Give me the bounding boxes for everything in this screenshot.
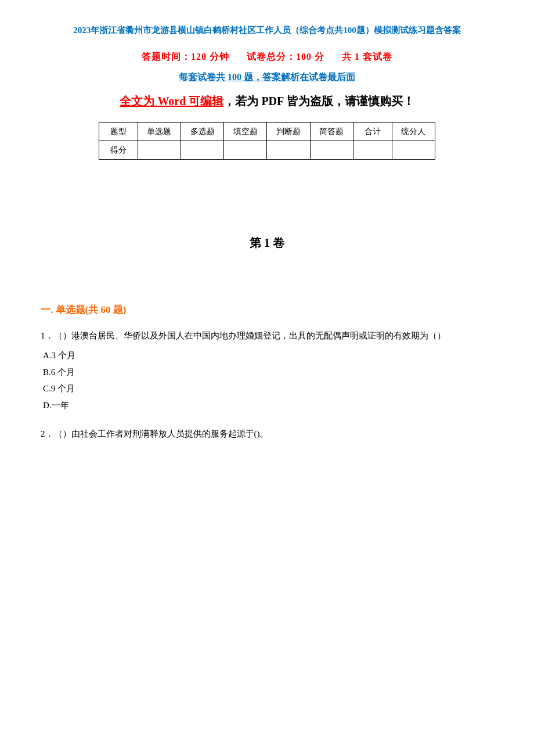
question-1-text: 1．（）港澳台居民、华侨以及外国人在中国内地办理婚姻登记，出具的无配偶声明或证明… — [41, 328, 493, 344]
question-2: 2．（）由社会工作者对刑满释放人员提供的服务起源于()。 — [41, 426, 493, 442]
question-1: 1．（）港澳台居民、华侨以及外国人在中国内地办理婚姻登记，出具的无配偶声明或证明… — [41, 328, 493, 413]
per-set-notice: 每套试卷共 100 题，答案解析在试卷最后面 — [41, 71, 493, 84]
col-header-multi: 多选题 — [181, 123, 223, 141]
row-score-label: 得分 — [99, 141, 138, 160]
question-1-options: A.3 个月 B.6 个月 C.9 个月 D.一年 — [43, 347, 493, 413]
section1-title: 一. 单选题(共 60 题) — [41, 303, 493, 316]
spacer-2 — [41, 268, 493, 286]
score-table: 题型 单选题 多选题 填空题 判断题 简答题 合计 统分人 得分 — [99, 122, 435, 160]
exam-time-label: 答题时间：120 分钟 — [142, 52, 229, 62]
question-1-option-b: B.6 个月 — [43, 364, 493, 381]
question-2-text: 2．（）由社会工作者对刑满释放人员提供的服务起源于()。 — [41, 426, 493, 442]
question-1-number: 1．（） — [41, 331, 71, 340]
question-1-body: 港澳台居民、华侨以及外国人在中国内地办理婚姻登记，出具的无配偶声明或证明的有效期… — [71, 331, 446, 340]
question-1-option-d: D.一年 — [43, 397, 493, 414]
score-table-header-row: 题型 单选题 多选题 填空题 判断题 简答题 合计 统分人 — [99, 123, 435, 141]
score-multi — [181, 141, 223, 160]
exam-total-score-label: 试卷总分：100 分 — [247, 52, 324, 62]
question-1-option-c: C.9 个月 — [43, 380, 493, 397]
header-title: 2023年浙江省衢州市龙游县横山镇白鹤桥村社区工作人员（综合考点共100题）模拟… — [41, 23, 493, 37]
word-edit-notice-part2: ，若为 PDF 皆为盗版，请谨慎购买！ — [223, 95, 414, 107]
score-judge — [267, 141, 310, 160]
word-edit-notice: 全文为 Word 可编辑，若为 PDF 皆为盗版，请谨慎购买！ — [41, 92, 493, 110]
col-header-fill: 填空题 — [224, 123, 267, 141]
spacer-1 — [41, 171, 493, 206]
question-2-number: 2．（） — [41, 429, 71, 438]
exam-set-count-label: 共 1 套试卷 — [342, 52, 392, 62]
vol-title: 第 1 卷 — [41, 235, 493, 251]
question-2-body: 由社会工作者对刑满释放人员提供的服务起源于()。 — [71, 429, 269, 438]
exam-info: 答题时间：120 分钟 试卷总分：100 分 共 1 套试卷 — [41, 51, 493, 63]
col-header-type: 题型 — [99, 123, 138, 141]
word-edit-notice-part1: 全文为 Word 可编辑 — [120, 95, 223, 107]
score-single — [138, 141, 181, 160]
score-table-score-row: 得分 — [99, 141, 435, 160]
score-scorer — [392, 141, 435, 160]
col-header-single: 单选题 — [138, 123, 181, 141]
score-total — [353, 141, 392, 160]
col-header-scorer: 统分人 — [392, 123, 435, 141]
col-header-total: 合计 — [353, 123, 392, 141]
col-header-judge: 判断题 — [267, 123, 310, 141]
score-fill — [224, 141, 267, 160]
col-header-short: 简答题 — [310, 123, 353, 141]
score-short — [310, 141, 353, 160]
score-table-container: 题型 单选题 多选题 填空题 判断题 简答题 合计 统分人 得分 — [41, 122, 493, 160]
question-1-option-a: A.3 个月 — [43, 347, 493, 364]
